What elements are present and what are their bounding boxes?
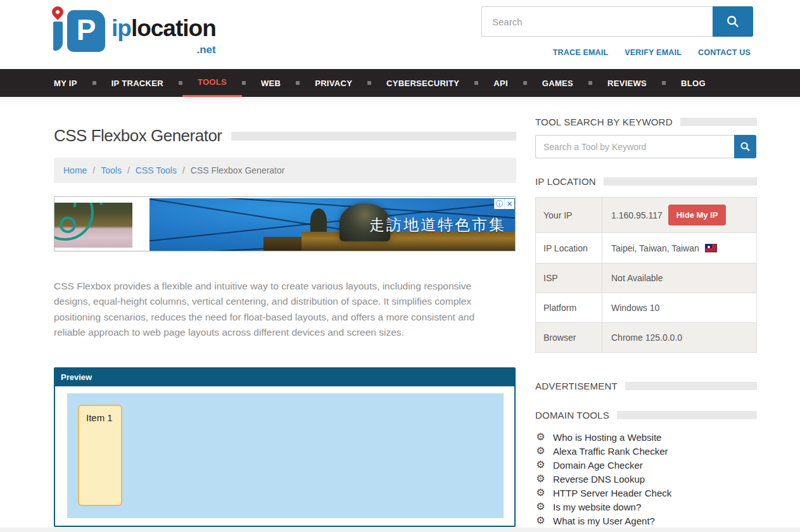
breadcrumb-home[interactable]: Home	[63, 165, 87, 175]
list-item: ⚙ Reverse DNS Lookup	[535, 472, 757, 486]
ip-location-table: Your IP 1.160.95.117 Hide My IP IP Locat…	[535, 197, 757, 353]
nav-item-privacy[interactable]: PRIVACY	[300, 69, 367, 97]
verify-email-link[interactable]: VERIFY EMAIL	[625, 48, 682, 57]
logo-p-block: P	[67, 10, 105, 52]
domain-tool-link-domain-age[interactable]: Domain Age Checker	[553, 460, 643, 471]
ad-info-icon[interactable]: ⓘ	[494, 199, 504, 209]
location-pin-icon	[49, 4, 65, 20]
ad-building-spire	[310, 208, 327, 234]
ad-left-image	[54, 203, 132, 248]
site-logo[interactable]: P iplocation .net	[48, 6, 216, 62]
ad-close-icon[interactable]: ✕	[504, 199, 514, 209]
main-nav: MY IP IP TRACKER TOOLS WEB PRIVACY CYBER…	[0, 69, 800, 97]
heading-decorative-bar	[625, 382, 757, 390]
ad-banner[interactable]: 走訪地道特色市集 ⓘ ✕	[54, 196, 516, 251]
nav-item-games[interactable]: GAMES	[527, 69, 588, 97]
domain-tool-link-alexa-rank[interactable]: Alexa Traffic Rank Checker	[553, 446, 668, 457]
isp-value: Not Available	[611, 273, 663, 283]
heading-decorative-bar	[604, 177, 757, 186]
platform-value: Windows 10	[611, 303, 659, 313]
browser-value: Chrome 125.0.0.0	[611, 332, 682, 343]
gear-icon: ⚙	[535, 446, 546, 456]
tool-search-heading-text: TOOL SEARCH BY KEYWORD	[535, 117, 673, 127]
gear-icon: ⚙	[535, 488, 546, 498]
breadcrumb-separator: /	[92, 165, 95, 175]
preview-panel-header: Preview	[55, 369, 514, 386]
nav-item-web[interactable]: WEB	[246, 69, 296, 97]
header-search-button[interactable]	[713, 6, 753, 37]
nav-item-my-ip[interactable]: MY IP	[54, 69, 92, 97]
ad-overlay-text: 走訪地道特色市集	[369, 215, 506, 235]
nav-item-reviews[interactable]: REVIEWS	[592, 69, 662, 97]
heading-decorative-bar	[617, 411, 757, 419]
tool-description: CSS Flexbox provides a flexible and intu…	[54, 279, 505, 340]
domain-tools-heading: DOMAIN TOOLS	[535, 410, 757, 421]
tool-search-button[interactable]	[734, 135, 756, 158]
row-label: Browser	[536, 323, 602, 352]
flexbox-preview-container: Item 1	[67, 393, 504, 518]
breadcrumb-separator: /	[182, 165, 185, 175]
header-search	[481, 6, 753, 37]
nav-item-ip-tracker[interactable]: IP TRACKER	[96, 69, 179, 97]
list-item: ⚙ HTTP Server Header Check	[535, 486, 757, 500]
domain-tool-link-http-header[interactable]: HTTP Server Header Check	[553, 488, 671, 498]
header-search-input[interactable]	[481, 6, 713, 37]
list-item: ⚙ Alexa Traffic Rank Checker	[535, 444, 757, 458]
nav-item-api[interactable]: API	[478, 69, 523, 97]
tool-search-input[interactable]	[535, 135, 734, 158]
gear-icon: ⚙	[535, 460, 546, 470]
row-label: ISP	[536, 263, 602, 293]
advertisement-heading-text: ADVERTISEMENT	[535, 381, 618, 391]
gear-icon: ⚙	[535, 432, 546, 442]
ip-location-heading-text: IP LOCATION	[535, 176, 596, 187]
breadcrumb-css-tools[interactable]: CSS Tools	[136, 165, 177, 175]
contact-us-link[interactable]: CONTACT US	[698, 48, 751, 57]
flex-item-1[interactable]: Item 1	[78, 405, 122, 506]
list-item: ⚙ Domain Age Checker	[535, 458, 757, 472]
gear-icon: ⚙	[535, 516, 546, 526]
breadcrumb-current: CSS Flexbox Generator	[191, 165, 285, 175]
logo-i-stem	[53, 22, 63, 51]
logo-icon: P	[48, 6, 125, 52]
breadcrumb-separator: /	[127, 165, 130, 175]
page-title: CSS Flexbox Generator	[54, 126, 222, 146]
table-row-ip-location: IP Location Taipei, Taiwan, Taiwan	[536, 233, 756, 263]
row-label: Your IP	[536, 198, 602, 232]
logo-tld: .net	[111, 38, 216, 62]
trace-email-link[interactable]: TRACE EMAIL	[553, 48, 609, 57]
list-item: ⚙ Who is Hosting a Website	[535, 430, 757, 444]
header-links: TRACE EMAIL VERIFY EMAIL CONTACT US	[553, 48, 751, 57]
ip-location-heading: IP LOCATION	[535, 176, 757, 187]
domain-tool-link-website-down[interactable]: Is my website down?	[553, 502, 641, 512]
hide-my-ip-button[interactable]: Hide My IP	[668, 205, 727, 225]
preview-panel: Preview Item 1	[54, 367, 516, 527]
nav-item-blog[interactable]: BLOG	[666, 69, 721, 97]
nav-item-cybersecurity[interactable]: CYBERSECURITY	[371, 69, 474, 97]
domain-tools-list: ⚙ Who is Hosting a Website ⚙ Alexa Traff…	[535, 430, 757, 528]
domain-tools-heading-text: DOMAIN TOOLS	[535, 410, 609, 421]
table-row-platform: Platform Windows 10	[536, 293, 756, 323]
domain-tool-link-hosting[interactable]: Who is Hosting a Website	[553, 432, 661, 443]
list-item: ⚙ What is my User Agent?	[535, 514, 757, 528]
row-label: Platform	[536, 293, 602, 322]
advertisement-heading: ADVERTISEMENT	[535, 381, 757, 391]
tool-search	[535, 135, 756, 158]
domain-tool-link-reverse-dns[interactable]: Reverse DNS Lookup	[553, 474, 645, 484]
domain-tool-link-user-agent[interactable]: What is my User Agent?	[553, 516, 655, 526]
ad-route-node	[60, 217, 76, 233]
gear-icon: ⚙	[535, 502, 546, 512]
breadcrumb: Home / Tools / CSS Tools / CSS Flexbox G…	[54, 158, 516, 183]
nav-item-tools[interactable]: TOOLS	[182, 69, 242, 97]
ad-right-image: 走訪地道特色市集 ⓘ ✕	[149, 198, 515, 251]
tool-search-heading: TOOL SEARCH BY KEYWORD	[535, 117, 757, 127]
table-row-isp: ISP Not Available	[536, 263, 756, 293]
gear-icon: ⚙	[535, 474, 546, 484]
logo-location: location	[131, 15, 216, 41]
title-row: CSS Flexbox Generator	[54, 126, 516, 146]
search-icon	[726, 15, 740, 28]
heading-decorative-bar	[680, 118, 757, 126]
logo-text: iplocation .net	[111, 16, 216, 62]
title-decorative-bar	[231, 132, 516, 141]
nav-shadow	[0, 97, 800, 106]
breadcrumb-tools[interactable]: Tools	[101, 165, 122, 175]
